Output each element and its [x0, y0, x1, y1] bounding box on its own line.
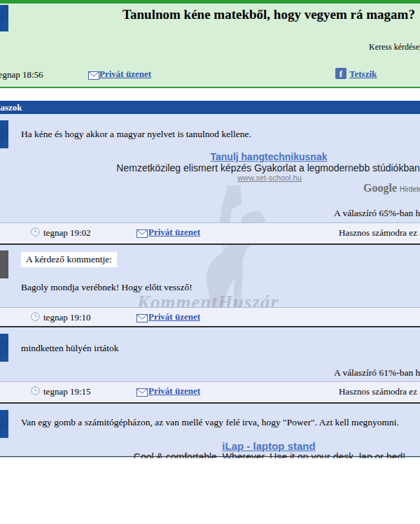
answer1-timestamp: tegnap 19:02 [43, 227, 91, 239]
answer1-text: Ha kéne és hogy akkor a magyar nyelvet i… [21, 129, 251, 140]
answers-section-title: Válaszok [0, 102, 22, 113]
answer2-timestamp: tegnap 19:15 [43, 386, 91, 397]
page: Tanulnom kéne matekből, hogy vegyem rá m… [0, 0, 420, 524]
envelope-icon[interactable] [136, 313, 148, 325]
ad1-title-link[interactable]: Tanulj hangtechnikusnak [59, 151, 420, 162]
answer1-useful-question[interactable]: Hasznos számodra ez a válasz? [339, 227, 420, 239]
answer3-avatar[interactable] [0, 410, 8, 438]
question-author-avatar[interactable] [0, 5, 8, 31]
answer2-useful-question[interactable]: Hasznos számodra ez a válasz? [339, 386, 420, 397]
answer1-avatar[interactable] [0, 120, 8, 148]
answer2-avatar[interactable] [0, 334, 8, 362]
ad2-body-clip: Cool & comfortable. Wherever. Use it on … [0, 452, 420, 458]
answers-section-bar [0, 101, 420, 114]
asker-comment-text: Bagoly mondja verébnek! Hogy előtt vessz… [21, 282, 192, 293]
envelope-icon[interactable] [88, 70, 99, 83]
facebook-like-link[interactable]: Tetszik [349, 69, 377, 80]
private-message-link[interactable]: Privát üzenet [99, 69, 151, 80]
ad1-url-link[interactable]: www.set-school.hu [0, 174, 420, 182]
google-ads-label: Hirdetések [400, 185, 420, 193]
google-logo: Google [363, 182, 397, 194]
envelope-icon[interactable] [136, 387, 148, 399]
search-questions-label[interactable]: Keress kérdéseket [369, 42, 420, 52]
section-divider [0, 402, 420, 404]
answer1-private-message-link[interactable]: Privát üzenet [148, 227, 200, 238]
facebook-icon[interactable]: f [335, 68, 346, 79]
section-divider [0, 243, 420, 245]
asker-avatar[interactable] [0, 250, 8, 278]
clock-icon [31, 311, 40, 324]
ad2-title-link[interactable]: iLap - laptop stand [59, 440, 420, 452]
answer2-private-message-link[interactable]: Privát üzenet [148, 385, 200, 397]
answer3-text: Van egy gomb a számitógépházon, az van m… [21, 417, 399, 428]
answer1-author-stats: A válaszíró 65%-ban hasznos válaszokat a… [334, 208, 420, 219]
ad2-body: Cool & comfortable. Wherever. Use it on … [0, 452, 420, 458]
header-divider [0, 87, 420, 88]
comment-timestamp: tegnap 19:10 [43, 312, 91, 323]
clock-icon [31, 227, 40, 239]
google-ads-branding[interactable]: GoogleHirdetések [363, 182, 420, 194]
section-divider [0, 326, 420, 327]
page-title: Tanulnom kéne matekből, hogy vegyem rá m… [59, 6, 420, 22]
asker-comment-label: A kérdező kommentje: [21, 252, 117, 267]
answer2-author-stats: A válaszíró 61%-ban hasznos válaszokat a… [334, 367, 420, 378]
clock-icon [31, 385, 40, 398]
question-timestamp: tegnap 18:56 [0, 69, 43, 80]
answer2-text: mindketten hülyén irtátok [21, 343, 118, 354]
comment-private-message-link[interactable]: Privát üzenet [148, 311, 200, 323]
ad1-body: Nemzetközileg elismert képzés Gyakorlat … [0, 162, 420, 174]
envelope-icon[interactable] [136, 228, 148, 241]
